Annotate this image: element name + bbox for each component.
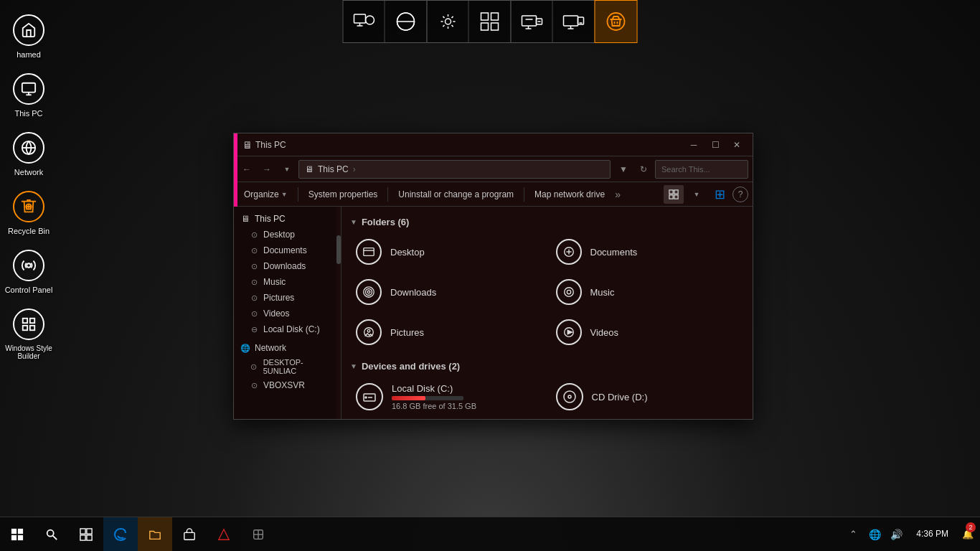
drive-item-d[interactable]: CD Drive (D:) — [550, 379, 745, 415]
refresh-dropdown[interactable]: ▼ — [615, 161, 632, 178]
desktop-icon-network[interactable]: Network — [0, 125, 57, 182]
folder-documents-label: Documents — [590, 247, 638, 258]
top-btn-recycle[interactable] — [595, 1, 637, 42]
dropdown-button[interactable]: ▼ — [278, 161, 296, 178]
documents-folder-icon: ⊙ — [248, 245, 260, 256]
sidebar-item-desktop[interactable]: ⊙ Desktop — [234, 227, 341, 242]
view-tiles-button[interactable]: ⊞ — [710, 185, 730, 204]
desktop-icon-hamed[interactable]: hamed — [0, 7, 57, 65]
start-button[interactable] — [0, 517, 34, 552]
organize-button[interactable]: Organize ▼ — [238, 185, 293, 204]
show-hidden-icons-button[interactable]: ⌃ — [843, 524, 863, 545]
svg-rect-9 — [30, 326, 34, 330]
app2-button[interactable] — [241, 517, 275, 552]
folder-item-desktop[interactable]: Desktop — [350, 235, 545, 269]
search-box[interactable]: Search This... — [655, 160, 748, 179]
top-btn-monitor-globe[interactable] — [344, 1, 385, 42]
sidebar-music-label: Music — [263, 277, 286, 287]
folder-item-videos[interactable]: Videos — [550, 315, 745, 349]
map-network-button[interactable]: Map network drive — [529, 185, 611, 204]
sidebar-item-documents[interactable]: ⊙ Documents — [234, 242, 341, 258]
drive-c-bar-fill — [392, 396, 425, 400]
svg-point-49 — [567, 290, 570, 293]
sidebar-item-pictures[interactable]: ⊙ Pictures — [234, 290, 341, 306]
refresh-button[interactable]: ↻ — [635, 161, 652, 178]
drive-item-c[interactable]: Local Disk (C:) 16.8 GB free of 31.5 GB — [350, 379, 545, 415]
drives-section-header: ▼ Devices and drives (2) — [350, 361, 744, 372]
search-placeholder: Search This... — [661, 165, 710, 174]
sidebar-item-this-pc[interactable]: 🖥 This PC — [234, 211, 341, 227]
sidebar-item-local-disk[interactable]: ⊖ Local Disk (C:) — [234, 321, 341, 337]
drives-arrow[interactable]: ▼ — [350, 362, 357, 370]
address-breadcrumb: This PC — [318, 164, 349, 174]
network-systray-icon[interactable]: 🌐 — [864, 524, 885, 545]
folder-downloads-label: Downloads — [390, 287, 436, 298]
desktop-icon-recycle-bin[interactable]: Recycle Bin — [0, 184, 57, 241]
svg-point-58 — [568, 395, 571, 398]
top-btn-globe[interactable] — [385, 1, 427, 42]
file-explorer-button[interactable] — [138, 517, 172, 552]
folder-item-music[interactable]: Music — [550, 275, 745, 309]
notification-button[interactable]: 🔔 2 — [956, 517, 980, 552]
explorer-content: ▼ Folders (6) Desktop — [341, 207, 753, 419]
sidebar-desktop-label: Desktop — [263, 230, 295, 240]
desktop-icon-network-label: Network — [14, 168, 43, 176]
svg-rect-40 — [364, 248, 374, 256]
svg-rect-18 — [491, 13, 499, 20]
help-button[interactable]: ? — [732, 187, 748, 202]
folder-item-pictures[interactable]: Pictures — [350, 315, 545, 349]
desktop-icon-windows-style-builder[interactable]: Windows Style Builder — [0, 301, 57, 366]
desktop-icon-control-panel[interactable]: Control Panel — [0, 242, 57, 300]
sidebar-item-desktop-pc[interactable]: ⊙ DESKTOP-5UNLIAC — [234, 356, 341, 377]
volume-systray-icon[interactable]: 🔊 — [886, 524, 906, 545]
folders-arrow[interactable]: ▼ — [350, 218, 357, 226]
top-btn-grid[interactable] — [469, 1, 511, 42]
top-btn-gear[interactable] — [428, 1, 469, 42]
edge-button[interactable] — [103, 517, 138, 552]
view-toggle-button[interactable] — [664, 185, 684, 204]
taskbar-clock[interactable]: 4:36 PM — [909, 517, 956, 552]
maximize-button[interactable]: ☐ — [705, 137, 725, 153]
back-button[interactable]: ← — [238, 161, 255, 178]
more-button[interactable]: » — [612, 189, 623, 200]
sidebar-item-network[interactable]: 🌐 Network — [234, 340, 341, 356]
vboxsvr-icon: ⊙ — [248, 380, 260, 391]
sidebar-downloads-label: Downloads — [263, 261, 306, 271]
videos-folder-icon: ⊙ — [248, 308, 260, 319]
folder-videos-icon — [555, 318, 583, 347]
explorer-title: This PC — [255, 140, 286, 150]
sidebar-item-vboxsvr[interactable]: ⊙ VBOXSVR — [234, 377, 341, 393]
this-pc-icon: 🖥 — [240, 213, 251, 225]
folder-music-icon — [555, 278, 583, 306]
svg-rect-39 — [674, 194, 678, 198]
task-view-button[interactable] — [69, 517, 103, 552]
desktop-icon-this-pc[interactable]: This PC — [0, 66, 57, 123]
folder-documents-icon — [555, 237, 583, 266]
downloads-folder-icon: ⊙ — [248, 260, 260, 272]
address-path[interactable]: 🖥 This PC › — [298, 160, 611, 179]
close-button[interactable]: ✕ — [727, 137, 747, 153]
top-btn-monitor2[interactable] — [553, 1, 595, 42]
store-button[interactable] — [172, 517, 207, 552]
svg-rect-27 — [564, 16, 578, 26]
view-dropdown-button[interactable]: ▼ — [687, 185, 707, 204]
svg-rect-21 — [522, 16, 536, 26]
sidebar-item-downloads[interactable]: ⊙ Downloads — [234, 258, 341, 274]
uninstall-button[interactable]: Uninstall or change a program — [392, 185, 519, 204]
system-properties-button[interactable]: System properties — [303, 185, 384, 204]
top-btn-minus-monitor[interactable] — [512, 1, 553, 42]
desktop-icon-recycle-bin-label: Recycle Bin — [8, 227, 50, 235]
minimize-button[interactable]: ─ — [684, 137, 704, 153]
sidebar-item-videos[interactable]: ⊙ Videos — [234, 306, 341, 321]
drive-c-icon — [354, 382, 385, 412]
folder-item-downloads[interactable]: Downloads — [350, 275, 545, 309]
forward-button[interactable]: → — [258, 161, 275, 178]
explorer-title-icon: 🖥 — [242, 139, 253, 151]
folder-pictures-label: Pictures — [390, 327, 424, 338]
drive-d-label: CD Drive (D:) — [592, 392, 740, 402]
search-taskbar-button[interactable] — [34, 517, 69, 552]
folder-item-documents[interactable]: Documents — [550, 235, 745, 269]
app1-button[interactable] — [207, 517, 241, 552]
sidebar-scrollbar[interactable] — [336, 207, 341, 419]
sidebar-item-music[interactable]: ⊙ Music — [234, 274, 341, 290]
